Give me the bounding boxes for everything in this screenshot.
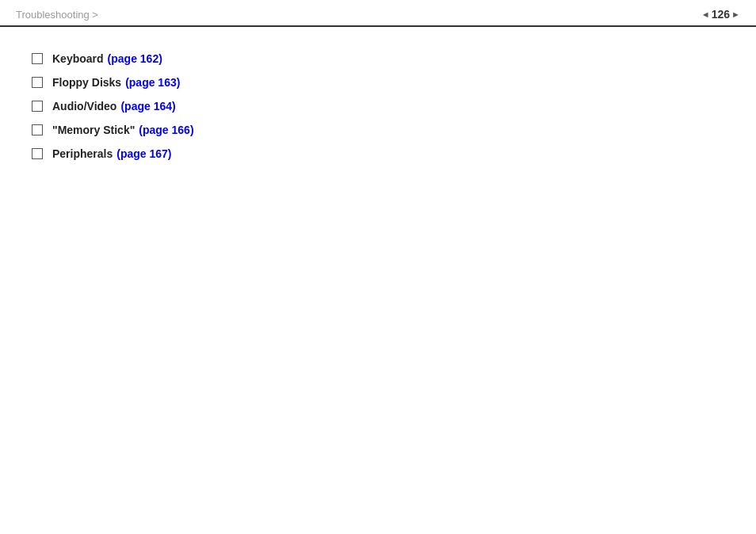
checkbox-icon <box>32 101 43 112</box>
checkbox-icon <box>32 53 43 64</box>
item-label: Floppy Disks <box>52 76 121 89</box>
item-link[interactable]: (page 164) <box>120 100 175 113</box>
item-label: Peripherals <box>52 147 113 160</box>
checkbox-icon <box>32 148 43 159</box>
list-item: Floppy Disks(page 163) <box>32 74 724 89</box>
list-item: Keyboard(page 162) <box>32 51 724 65</box>
list-item: Audio/Video(page 164) <box>32 98 724 113</box>
list-item: "Memory Stick"(page 166) <box>32 122 724 136</box>
item-label: "Memory Stick" <box>52 124 135 136</box>
item-link[interactable]: (page 162) <box>108 52 162 65</box>
breadcrumb: Troubleshooting > <box>16 9 98 21</box>
item-label: Keyboard <box>52 52 104 65</box>
main-content: Keyboard(page 162)Floppy Disks(page 163)… <box>0 27 756 185</box>
item-link[interactable]: (page 163) <box>125 76 180 89</box>
item-link[interactable]: (page 167) <box>116 147 171 160</box>
page-header: Troubleshooting > 126 <box>0 0 756 27</box>
checkbox-icon <box>32 77 43 88</box>
checkbox-icon <box>32 124 43 135</box>
list-item: Peripherals(page 167) <box>32 146 724 160</box>
page-number: 126 <box>701 8 740 21</box>
item-label: Audio/Video <box>52 100 116 113</box>
item-link[interactable]: (page 166) <box>139 124 193 136</box>
